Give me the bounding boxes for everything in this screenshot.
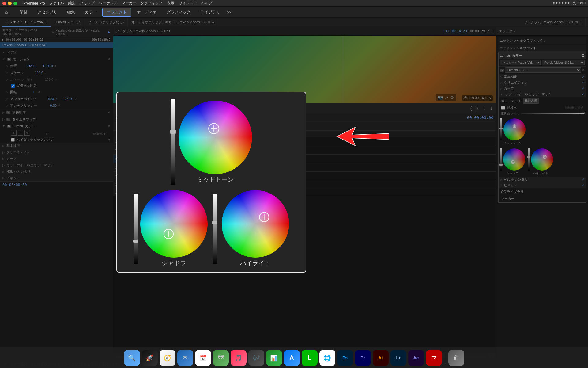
menu-clip[interactable]: クリップ [80,1,95,6]
nav-library[interactable]: ライブラリ [196,8,224,16]
midtones-big-wheel-container: ミッドトーン [179,101,252,184]
dock-maps[interactable]: 🗺 [213,350,229,366]
premiere-icon: Pr [360,355,365,360]
system-icons: ● ● ● ● ● ● [553,1,570,6]
shadows-big-slider[interactable] [134,194,138,264]
menu-view[interactable]: 表示 [167,1,174,6]
shadows-big-container: シャドウ [134,190,208,267]
nav-assembly[interactable]: アセンブリ [33,8,62,16]
shadows-big-slider-thumb [133,240,138,243]
dock-premiere[interactable]: Pr [355,350,371,366]
nav-edit[interactable]: 編集 [63,8,79,16]
color-wheel-modal: ミッドトーン シャドウ ハイライト [116,92,306,273]
highlights-left-slider[interactable] [213,194,217,264]
safari-icon: 🧭 [164,354,171,362]
nav-effects[interactable]: エフェクト [102,8,131,17]
menu-file[interactable]: ファイル [49,1,64,6]
nav-color[interactable]: カラー [81,8,101,16]
calendar-icon: 📅 [200,355,206,361]
dock-chrome[interactable]: 🌐 [319,350,335,366]
dock-lightroom[interactable]: Lr [390,350,406,366]
filezilla-icon: FZ [431,355,436,360]
menu-edit[interactable]: 編集 [68,1,76,6]
shadows-highlights-big-section: シャドウ ハイライト [122,190,301,267]
ae-icon: Ae [413,355,419,360]
nav-audio[interactable]: オーディオ [133,8,161,16]
dock-trash[interactable]: 🗑 [448,350,464,366]
finder-icon: 🔍 [128,354,136,362]
midtones-big-wheel[interactable] [179,101,252,174]
appstore-icon: A [289,354,294,361]
arrow-annotation [328,124,389,150]
nav-study[interactable]: 学習 [15,8,32,16]
dock-finder[interactable]: 🔍 [124,350,140,366]
dock-launchpad[interactable]: 🚀 [142,350,158,366]
dock-mail[interactable]: ✉ [177,350,193,366]
modal-overlay: ミッドトーン シャドウ ハイライト [0,18,588,347]
menu-right-area: ● ● ● ● ● ● 火 23:10 [553,1,586,6]
nav-graphics[interactable]: グラフィック [162,8,195,16]
menu-sequence[interactable]: シーケンス [99,1,117,6]
highlights-big-wheel-container: ハイライト [222,190,289,267]
dock-appstore[interactable]: A [284,350,300,366]
dock-separator [445,352,445,364]
menu-window[interactable]: ウィンドウ [179,1,197,6]
menu-help[interactable]: ヘルプ [201,1,212,6]
minimize-button[interactable] [8,2,12,5]
midtones-section: ミッドトーン [122,97,301,187]
fullscreen-button[interactable] [13,2,17,5]
dock-filezilla[interactable]: FZ [426,350,442,366]
maps-icon: 🗺 [218,354,224,361]
menu-marker[interactable]: マーカー [122,1,136,6]
menu-bar: Premiere Pro ファイル 編集 クリップ シーケンス マーカー グラフ… [0,0,588,7]
menu-graphics[interactable]: グラフィック [141,1,163,6]
nav-bar: ⌂ 学習 アセンブリ 編集 カラー エフェクト オーディオ グラフィック ライブ… [0,7,588,18]
shadows-big-label: シャドウ [162,259,186,267]
shadows-big-wheel-container: シャドウ [140,190,208,267]
close-button[interactable] [2,2,6,5]
app-name: Premiere Pro [23,1,45,6]
highlights-big-label: ハイライト [240,259,271,267]
midtones-big-slider[interactable] [171,99,175,185]
dock-numbers[interactable]: 📊 [266,350,282,366]
numbers-icon: 📊 [270,354,278,362]
chrome-icon: 🌐 [323,354,331,362]
dock-calendar[interactable]: 📅 [195,350,211,366]
dock-photoshop[interactable]: Ps [337,350,353,366]
traffic-lights [2,2,17,5]
dock-music[interactable]: 🎵 [231,350,247,366]
dock-itunes[interactable]: 🎶 [248,350,264,366]
highlights-left-slider-thumb [212,221,217,224]
music-icon: 🎵 [235,354,242,362]
dock: 🔍 🚀 🧭 ✉ 📅 🗺 🎵 🎶 📊 A L 🌐 Ps Pr Ai Lr [0,347,588,368]
dock-line[interactable]: L [302,350,318,366]
svg-marker-0 [337,127,389,146]
shadows-big-wheel[interactable] [140,190,208,258]
midtones-big-label: ミッドトーン [197,175,234,184]
line-icon: L [307,354,311,361]
dock-illustrator[interactable]: Ai [373,350,389,366]
nav-more-button[interactable]: ≫ [227,10,231,14]
dock-safari[interactable]: 🧭 [160,350,175,366]
lightroom-icon: Lr [396,355,401,360]
trash-icon: 🗑 [453,354,459,361]
launchpad-icon: 🚀 [146,354,153,362]
home-button[interactable]: ⌂ [5,10,8,15]
photoshop-icon: Ps [342,355,348,360]
illustrator-icon: Ai [379,355,383,360]
dock-ae[interactable]: Ae [408,350,424,366]
midtones-big-slider-thumb [170,130,176,134]
highlights-big-wheel[interactable] [222,190,289,258]
itunes-icon: 🎶 [252,354,260,362]
mail-icon: ✉ [183,354,188,362]
clock: 火 23:10 [573,1,586,6]
